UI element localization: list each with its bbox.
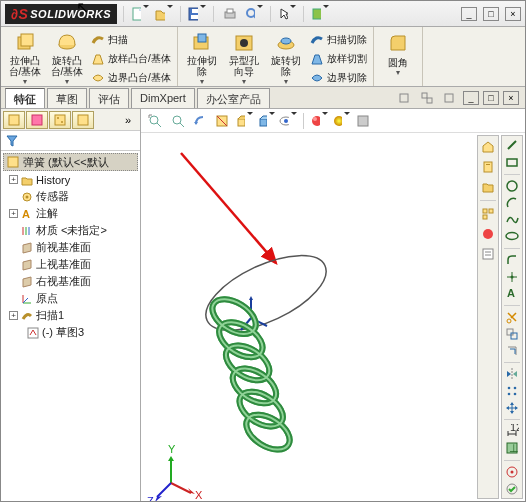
expander-icon[interactable]: + xyxy=(9,175,18,184)
graphics-canvas[interactable]: Y X Z xyxy=(141,133,525,501)
repair-sketch-button[interactable] xyxy=(503,481,521,496)
scene-button[interactable] xyxy=(332,112,350,130)
task-view-palette-button[interactable] xyxy=(479,205,497,223)
view-orientation-button[interactable] xyxy=(235,112,253,130)
zoom-area-button[interactable] xyxy=(169,112,187,130)
select-button[interactable] xyxy=(277,5,297,23)
convert-entities-button[interactable] xyxy=(503,326,521,341)
tree-sketch3[interactable]: (-) 草图3 xyxy=(3,324,138,341)
tree-annotations[interactable]: + A 注解 xyxy=(3,205,138,222)
previous-view-button[interactable] xyxy=(191,112,209,130)
tab-sketch[interactable]: 草图 xyxy=(47,88,87,108)
doc-minimize-button[interactable]: _ xyxy=(463,91,479,105)
doc-close-button[interactable]: × xyxy=(503,91,519,105)
quick-snap-button[interactable] xyxy=(503,465,521,480)
annotation-arrow xyxy=(181,153,276,263)
extrude-cut-button[interactable]: 拉伸切除▾ xyxy=(182,29,222,85)
task-appearances-button[interactable] xyxy=(479,225,497,243)
offset-entities-button[interactable] xyxy=(503,343,521,358)
svg-text:Y: Y xyxy=(168,443,176,455)
line-tool-button[interactable] xyxy=(503,138,521,153)
doc-cascade-button[interactable] xyxy=(439,89,459,107)
zoom-fit-button[interactable] xyxy=(147,112,165,130)
tree-root-part[interactable]: 弹簧 (默认<<默认 xyxy=(3,153,138,171)
pattern-tool-button[interactable] xyxy=(503,384,521,399)
svg-text:⊥: ⊥ xyxy=(509,442,519,454)
appearance-button[interactable] xyxy=(310,112,328,130)
svg-rect-79 xyxy=(486,164,490,165)
rect-tool-button[interactable] xyxy=(503,155,521,170)
tree-right-plane[interactable]: 右视基准面 xyxy=(3,273,138,290)
tree-origin[interactable]: 原点 xyxy=(3,290,138,307)
task-resources-button[interactable] xyxy=(479,138,497,156)
ellipse-tool-button[interactable] xyxy=(503,229,521,244)
tree-sensors[interactable]: 传感器 xyxy=(3,188,138,205)
tab-dimxpert[interactable]: DimXpert xyxy=(131,88,195,108)
tab-office[interactable]: 办公室产品 xyxy=(197,88,270,108)
render-button[interactable] xyxy=(354,112,372,130)
rebuild-button[interactable] xyxy=(310,5,330,23)
boundary-button[interactable]: 边界凸台/基体 xyxy=(89,69,173,87)
extrude-boss-button[interactable]: 拉伸凸台/基体▾ xyxy=(5,29,45,85)
expander-icon[interactable]: + xyxy=(9,311,18,320)
tab-evaluate[interactable]: 评估 xyxy=(89,88,129,108)
fillet-sketch-button[interactable] xyxy=(503,252,521,267)
hole-wizard-button[interactable]: 异型孔向导▾ xyxy=(224,29,264,85)
loft-button[interactable]: 放样凸台/基体 xyxy=(89,50,173,68)
task-design-library-button[interactable] xyxy=(479,158,497,176)
new-file-button[interactable] xyxy=(130,5,150,23)
sweep-cut-button[interactable]: 扫描切除 xyxy=(308,31,369,49)
tree-top-plane[interactable]: 上视基准面 xyxy=(3,256,138,273)
spline-tool-button[interactable] xyxy=(503,212,521,227)
ds-logo-icon: ∂S xyxy=(11,6,28,22)
doc-tile-button[interactable] xyxy=(417,89,437,107)
revolve-cut-button[interactable]: 旋转切除▾ xyxy=(266,29,306,85)
panel-tab-property[interactable] xyxy=(26,111,48,129)
mirror-tool-button[interactable] xyxy=(503,367,521,382)
dimension-button[interactable]: 12 xyxy=(503,424,521,439)
panel-collapse-button[interactable]: » xyxy=(118,111,138,129)
expander-icon[interactable]: + xyxy=(9,209,18,218)
move-tool-button[interactable] xyxy=(503,400,521,415)
svg-rect-78 xyxy=(484,162,492,172)
tree-sweep1[interactable]: + 扫描1 xyxy=(3,307,138,324)
trim-tool-button[interactable] xyxy=(503,310,521,325)
svg-point-101 xyxy=(514,393,517,396)
tree-front-plane[interactable]: 前视基准面 xyxy=(3,239,138,256)
open-file-button[interactable] xyxy=(154,5,174,23)
sensor-icon xyxy=(21,191,33,203)
text-tool-button[interactable]: A xyxy=(503,286,521,301)
task-custom-props-button[interactable] xyxy=(479,245,497,263)
relation-button[interactable]: ⊥ xyxy=(503,441,521,456)
panel-tab-dim[interactable] xyxy=(72,111,94,129)
window-minimize-button[interactable]: _ xyxy=(461,7,477,21)
fillet-button[interactable]: 圆角▾ xyxy=(378,29,418,85)
loft-cut-button[interactable]: 放样切割 xyxy=(308,50,369,68)
tree-history[interactable]: + History xyxy=(3,171,138,188)
sweep-button[interactable]: 扫描 xyxy=(89,31,173,49)
circle-tool-button[interactable] xyxy=(503,178,521,193)
task-file-explorer-button[interactable] xyxy=(479,178,497,196)
panel-tab-config[interactable] xyxy=(49,111,71,129)
display-style-button[interactable] xyxy=(257,112,275,130)
print-preview-button[interactable] xyxy=(244,5,264,23)
doc-prev-button[interactable] xyxy=(395,89,415,107)
boundary-cut-button[interactable]: 边界切除 xyxy=(308,69,369,87)
window-maximize-button[interactable]: □ xyxy=(483,7,499,21)
section-view-button[interactable] xyxy=(213,112,231,130)
main-area: » 弹簧 (默认<<默认 + History 传感器 + A xyxy=(1,109,525,501)
doc-maximize-button[interactable]: □ xyxy=(483,91,499,105)
tree-filter-row[interactable] xyxy=(1,131,140,151)
sketch-toolbar: A 12 ⊥ xyxy=(501,135,523,499)
revolve-boss-button[interactable]: 旋转凸台/基体▾ xyxy=(47,29,87,85)
hide-show-button[interactable] xyxy=(279,112,297,130)
point-tool-button[interactable] xyxy=(503,269,521,284)
tab-feature[interactable]: 特征 xyxy=(5,88,45,108)
window-close-button[interactable]: × xyxy=(505,7,521,21)
save-button[interactable] xyxy=(187,5,207,23)
arc-tool-button[interactable] xyxy=(503,195,521,210)
graphics-viewport[interactable]: Y X Z xyxy=(141,109,525,501)
panel-tab-feature-tree[interactable] xyxy=(3,111,25,129)
print-button[interactable] xyxy=(220,5,240,23)
tree-material[interactable]: 材质 <未指定> xyxy=(3,222,138,239)
